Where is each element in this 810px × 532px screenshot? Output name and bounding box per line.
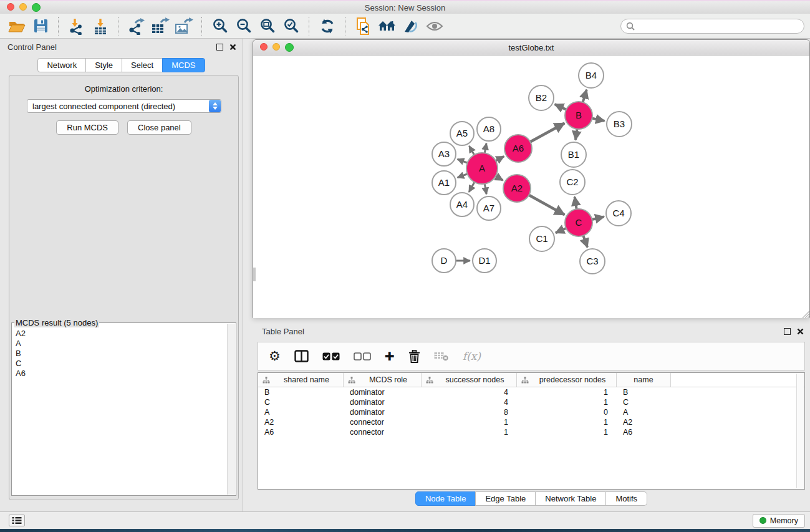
tab-network-table[interactable]: Network Table (535, 491, 606, 506)
import-table-button[interactable] (89, 16, 112, 37)
network-graph[interactable]: B4B2BB3B1A5A8A6A3AA1A2C2A4A7CC4C1C3DD1 (253, 56, 809, 318)
table-settings-button[interactable]: ⚙ (269, 347, 281, 365)
graph-node-B2[interactable]: B2 (529, 85, 554, 110)
graph-edge-A-A8[interactable] (485, 143, 486, 154)
search-input[interactable] (638, 20, 804, 32)
show-hide-button[interactable] (423, 16, 446, 37)
open-session-button[interactable] (5, 16, 29, 37)
network-window-titlebar[interactable]: testGlobe.txt (253, 40, 809, 56)
graph-edge-A2-C[interactable] (528, 195, 564, 215)
save-session-button[interactable] (29, 16, 52, 37)
graph-edge-A-A6[interactable] (495, 157, 504, 162)
mcds-result-scrollbar[interactable] (227, 324, 235, 495)
graph-node-C2[interactable]: C2 (560, 170, 585, 195)
graphics-details-button[interactable] (399, 16, 423, 37)
delete-columns-button[interactable] (408, 347, 420, 365)
graph-node-B4[interactable]: B4 (579, 63, 604, 88)
column-header-predecessor-nodes[interactable]: predecessor nodes (517, 373, 617, 387)
zoom-in-button[interactable] (208, 16, 232, 37)
graph-edge-C-C3[interactable] (583, 235, 587, 248)
graph-edge-B-B2[interactable] (555, 104, 567, 110)
mcds-result-item[interactable]: B (12, 349, 228, 359)
criterion-dropdown[interactable]: largest connected component (directed) (27, 99, 221, 113)
tab-edge-table[interactable]: Edge Table (475, 491, 536, 506)
graph-edge-C-C4[interactable] (591, 217, 604, 220)
graph-node-A5[interactable]: A5 (450, 122, 474, 145)
graph-node-C3[interactable]: C3 (580, 249, 605, 274)
zoom-fit-button[interactable] (256, 16, 279, 37)
graph-node-A2[interactable]: A2 (503, 175, 531, 202)
graph-node-B1[interactable]: B1 (561, 142, 586, 167)
mcds-result-item[interactable]: A (12, 339, 228, 349)
delete-table-button[interactable] (434, 347, 449, 365)
table-scrollbar[interactable] (796, 374, 804, 488)
graph-node-A[interactable]: A (466, 153, 498, 184)
mcds-result-item[interactable]: C (12, 359, 228, 369)
graph-node-D[interactable]: D (432, 249, 456, 273)
search-field[interactable] (620, 19, 804, 34)
task-history-button[interactable] (9, 515, 25, 526)
graph-edge-A-A4[interactable] (469, 181, 475, 192)
create-column-button[interactable]: ✚ (385, 347, 395, 365)
resize-grip-icon[interactable] (800, 309, 809, 318)
close-panel-icon[interactable] (229, 43, 236, 51)
column-header-successor-nodes[interactable]: successor nodes (422, 373, 517, 387)
deselect-all-button[interactable] (354, 347, 371, 365)
refresh-button[interactable] (316, 16, 339, 37)
table-row[interactable]: Cdominator41C (258, 397, 804, 407)
graph-node-D1[interactable]: D1 (473, 249, 496, 273)
graph-edge-A6-B[interactable] (529, 123, 564, 142)
import-network-button[interactable] (65, 16, 89, 37)
run-mcds-button[interactable]: Run MCDS (56, 120, 118, 135)
graph-edge-B-B4[interactable] (582, 90, 587, 103)
tab-motifs[interactable]: Motifs (605, 491, 647, 506)
select-all-button[interactable] (322, 347, 340, 365)
duplicate-network-button[interactable] (352, 16, 375, 37)
tab-style[interactable]: Style (85, 58, 122, 72)
first-neighbors-button[interactable] (375, 16, 399, 37)
table-row[interactable]: Bdominator41B (258, 387, 804, 397)
graph-edge-A-A2[interactable] (495, 176, 503, 180)
graph-node-A7[interactable]: A7 (477, 196, 501, 220)
table-row[interactable]: A2connector11A2 (258, 417, 804, 427)
column-header-shared-name[interactable]: shared name (258, 373, 344, 387)
graph-node-B[interactable]: B (565, 102, 592, 129)
graph-edge-A-A7[interactable] (485, 183, 486, 195)
graph-node-C1[interactable]: C1 (529, 226, 554, 251)
graph-node-A4[interactable]: A4 (450, 193, 474, 216)
zoom-selected-button[interactable] (279, 16, 303, 37)
export-table-button[interactable] (148, 16, 172, 37)
close-table-panel-icon[interactable] (796, 327, 804, 335)
column-header-MCDS-role[interactable]: MCDS role (344, 373, 422, 387)
mcds-result-item[interactable]: A2 (12, 329, 228, 339)
graph-edge-C-C1[interactable] (556, 228, 567, 233)
tab-select[interactable]: Select (122, 58, 163, 72)
graph-node-C[interactable]: C (565, 209, 592, 236)
table-row[interactable]: A6connector11A6 (258, 427, 804, 437)
split-view-button[interactable] (294, 347, 309, 365)
graph-node-A6[interactable]: A6 (504, 135, 532, 162)
export-image-button[interactable] (172, 16, 196, 37)
memory-button[interactable]: Memory (753, 514, 805, 528)
graph-node-A1[interactable]: A1 (432, 171, 456, 195)
tab-node-table[interactable]: Node Table (415, 491, 476, 506)
graph-node-C4[interactable]: C4 (606, 201, 631, 226)
float-panel-icon[interactable] (216, 44, 223, 51)
tab-network[interactable]: Network (37, 58, 86, 72)
network-canvas[interactable]: B4B2BB3B1A5A8A6A3AA1A2C2A4A7CC4C1C3DD1 (253, 56, 809, 318)
graph-node-A3[interactable]: A3 (432, 142, 456, 166)
graph-edge-B-B3[interactable] (592, 118, 605, 121)
zoom-out-button[interactable] (232, 16, 256, 37)
graph-node-B3[interactable]: B3 (607, 112, 632, 137)
tab-mcds[interactable]: MCDS (162, 58, 205, 72)
mcds-result-item[interactable]: A6 (12, 369, 228, 379)
table-row[interactable]: Adominator80A (258, 407, 804, 417)
graph-edge-A-A3[interactable] (458, 159, 468, 163)
graph-edge-A-A1[interactable] (458, 174, 468, 178)
float-table-panel-icon[interactable] (784, 328, 791, 335)
function-builder-button[interactable]: f(x) (463, 347, 481, 365)
graph-node-A8[interactable]: A8 (477, 117, 501, 141)
graph-edge-C-C2[interactable] (575, 197, 577, 210)
graph-edge-A-A5[interactable] (469, 146, 475, 155)
graph-edge-B-B1[interactable] (576, 128, 577, 140)
